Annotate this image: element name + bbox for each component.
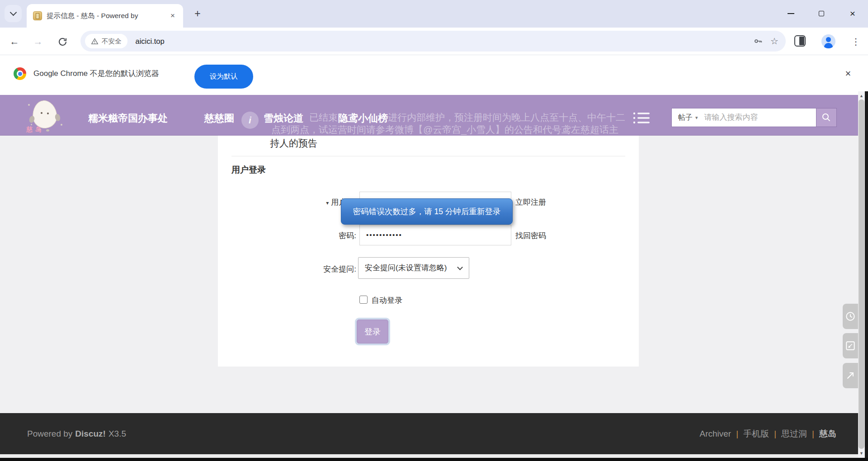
vertical-scrollbar: ▲ ▼ (858, 91, 865, 458)
tab-close-icon[interactable]: × (168, 11, 178, 21)
footer-link-cidao[interactable]: 慈岛 (819, 428, 836, 440)
side-panel-icon[interactable] (794, 35, 806, 47)
url-text: aicici.top (136, 37, 165, 46)
search-category-select[interactable]: 帖子 (678, 113, 693, 122)
announcement-fragment: 已结束 (309, 111, 338, 124)
reload-button[interactable] (54, 33, 71, 50)
default-browser-notification: Google Chrome 不是您的默认浏览器 设为默认 × (0, 56, 868, 91)
powered-by-text: Powered byDiscuz!X3.5 (27, 429, 126, 439)
security-chip[interactable]: 不安全 (85, 34, 127, 48)
site-footer: Powered byDiscuz!X3.5 Archiver | 手机版 | 思… (0, 413, 858, 454)
scroll-down-icon[interactable]: ▼ (858, 450, 865, 457)
site-header: 已结束 进行内部维护，预注册时间为晚上八点至十点、中午十二 点到两点，试运营时间… (0, 95, 858, 136)
site-favicon-icon (33, 11, 42, 20)
select-chevron-icon (457, 264, 463, 270)
reload-icon (57, 37, 68, 47)
announcement-line: 点到两点，试运营时间请参考微博【@云帝宫_小雪人】的公告和代号鸢左慈超话主 (271, 123, 618, 136)
security-question-select[interactable]: 安全提问(未设置请忽略) (358, 257, 469, 279)
notification-close-icon[interactable]: × (841, 67, 855, 80)
login-heading: 用户登录 (231, 164, 266, 176)
browser-window: 提示信息 - 慈岛 - Powered by × + × ← → 不安全 aic… (0, 0, 868, 461)
address-bar[interactable]: 不安全 aicici.top ☆ (80, 31, 786, 52)
search-box: 帖子 ▾ (671, 108, 837, 127)
divider (231, 156, 625, 156)
password-key-icon[interactable] (753, 36, 763, 46)
list-menu-icon[interactable] (633, 111, 651, 127)
scroll-up-icon[interactable]: ▲ (858, 92, 865, 99)
password-input[interactable]: ••••••••••• (359, 225, 511, 245)
error-tooltip: 密码错误次数过多，请 15 分钟后重新登录 (341, 198, 513, 225)
login-button[interactable]: 登录 (357, 320, 388, 343)
profile-avatar[interactable] (821, 34, 835, 48)
window-close-button[interactable]: × (842, 3, 863, 24)
maximize-icon (819, 11, 824, 16)
float-top-button[interactable] (843, 363, 858, 388)
username-caret-icon[interactable]: ▾ (326, 200, 329, 206)
password-label: 密码: (289, 230, 356, 241)
footer-link-mobile[interactable]: 手机版 (743, 428, 769, 440)
site-logo[interactable]: 慈岛 (25, 98, 69, 136)
arrow-up-right-icon (844, 370, 856, 381)
footer-links: Archiver | 手机版 | 思过洞 | 慈岛 (700, 428, 837, 440)
tab-title: 提示信息 - 慈岛 - Powered by (47, 11, 168, 21)
forward-button[interactable]: → (30, 33, 46, 50)
maximize-button[interactable] (811, 3, 832, 24)
set-default-button[interactable]: 设为默认 (194, 65, 253, 89)
register-link[interactable]: 立即注册 (515, 197, 546, 207)
nav-item-forum[interactable]: 雪烛论道 (264, 112, 303, 125)
nav-item-circle[interactable]: 慈慈圈 (204, 112, 234, 125)
mascot-blob (32, 99, 58, 129)
announcement-continuation: 持人的预告 (270, 137, 317, 150)
bottom-light-strip (0, 454, 858, 458)
tab-search-button[interactable] (5, 5, 22, 22)
security-question-label: 安全提问: (284, 264, 356, 274)
password-value: ••••••••••• (366, 225, 511, 245)
search-icon (821, 112, 832, 123)
security-chip-label: 不安全 (102, 37, 122, 46)
search-category-caret-icon[interactable]: ▾ (695, 115, 698, 121)
nav-item-ranking[interactable]: 隐鸢小仙榜 (338, 112, 388, 125)
auto-login-checkbox[interactable] (359, 296, 368, 304)
page-viewport: 已结束 进行内部维护，预注册时间为晚上八点至十点、中午十二 点到两点，试运营时间… (0, 91, 868, 461)
browser-menu-icon[interactable]: ⋮ (848, 33, 864, 50)
security-question-value: 安全提问(未设置请忽略) (365, 258, 447, 278)
notification-text: Google Chrome 不是您的默认浏览器 (33, 68, 159, 79)
scrollbar-thumb[interactable] (859, 99, 864, 449)
warning-icon (91, 38, 99, 45)
page-top-gap (0, 91, 858, 95)
window-right-edge (865, 91, 868, 461)
chevron-down-icon (9, 9, 17, 16)
edit-icon (844, 340, 856, 352)
search-button[interactable] (816, 108, 836, 127)
info-icon: i (241, 112, 259, 129)
footer-link-sigudong[interactable]: 思过洞 (781, 428, 807, 440)
bookmark-star-icon[interactable]: ☆ (770, 36, 778, 47)
float-clock-button[interactable] (843, 304, 858, 329)
footer-link-archiver[interactable]: Archiver (700, 429, 731, 439)
chrome-logo-icon (14, 67, 26, 80)
back-button[interactable]: ← (6, 33, 23, 50)
clock-icon (844, 310, 856, 322)
float-edit-button[interactable] (843, 333, 858, 358)
minimize-button[interactable] (780, 3, 801, 24)
tab-strip: 提示信息 - 慈岛 - Powered by × + × (0, 0, 868, 28)
search-input[interactable] (704, 113, 816, 122)
nav-item-office[interactable]: 糯米糍帝国办事处 (88, 112, 168, 125)
site-logo-text: 慈岛 (26, 126, 44, 134)
discuz-brand: Discuz! (75, 429, 106, 438)
browser-tab[interactable]: 提示信息 - 慈岛 - Powered by × (27, 4, 183, 28)
announcement-fragment: 进行内部维护，预注册时间为晚上八点至十点、中午十二 (388, 111, 625, 124)
minimize-icon (788, 13, 794, 14)
forgot-password-link[interactable]: 找回密码 (515, 230, 546, 241)
new-tab-button[interactable]: + (191, 7, 204, 20)
window-bottom-edge (0, 458, 868, 461)
auto-login-label[interactable]: 自动登录 (372, 295, 402, 306)
